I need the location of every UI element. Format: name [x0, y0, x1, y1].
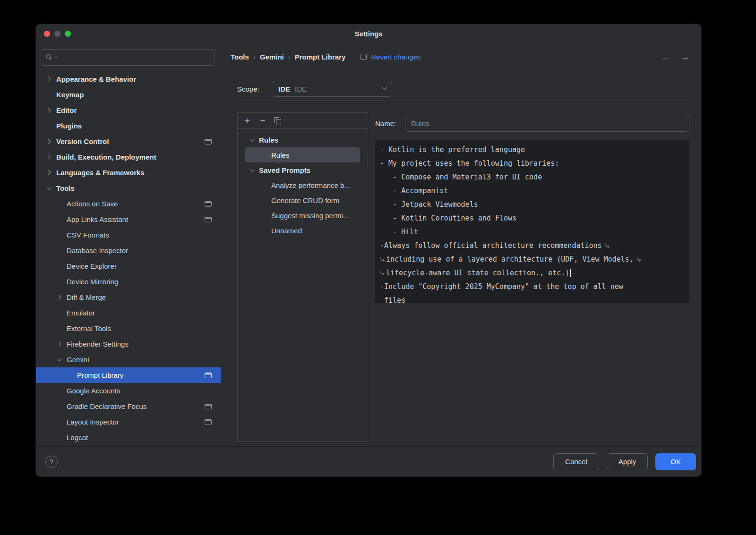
sidebar-item-app-links-assistant[interactable]: App Links Assistant — [36, 212, 221, 227]
breadcrumb-item-gemini[interactable]: Gemini — [260, 53, 284, 61]
sidebar-item-firebender-settings[interactable]: Firebender Settings — [36, 336, 221, 352]
settings-tree: Appearance & BehaviorKeymapEditorPlugins… — [36, 71, 221, 446]
editor-line: files — [380, 294, 685, 303]
editor-line: - Hilt — [380, 225, 685, 239]
editor-line: lifecycle-aware UI state collection., et… — [380, 266, 685, 280]
sidebar-item-logcat[interactable]: Logcat — [36, 430, 221, 445]
editor-line-text: - Compose and Material3 for UI code — [380, 173, 542, 181]
titlebar: Settings — [36, 24, 701, 43]
sidebar-item-plugins[interactable]: Plugins — [36, 118, 221, 134]
help-button[interactable]: ? — [45, 456, 58, 468]
chevron-down-icon — [250, 169, 259, 172]
prompt-text-editor[interactable]: - Kotlin is the preferred language- My p… — [375, 140, 689, 303]
back-arrow-icon[interactable]: ← — [661, 52, 670, 61]
soft-wrap-end-icon — [605, 240, 610, 254]
editor-line-text: lifecycle-aware UI state collection., et… — [386, 269, 569, 277]
settings-sidebar: Appearance & BehaviorKeymapEditorPlugins… — [36, 43, 221, 446]
prompt-item-unnamed[interactable]: Unnamed — [245, 223, 360, 238]
sidebar-item-keymap[interactable]: Keymap — [36, 87, 221, 102]
prompt-group-label: Rules — [259, 136, 278, 144]
chevron-down-icon — [250, 138, 259, 142]
sidebar-item-device-explorer[interactable]: Device Explorer — [36, 258, 221, 274]
sidebar-item-prompt-library[interactable]: Prompt Library — [36, 367, 221, 383]
chevron-right-icon — [43, 155, 56, 159]
prompt-item-label: Unnamed — [271, 227, 302, 235]
sidebar-item-editor[interactable]: Editor — [36, 102, 221, 118]
sidebar-item-external-tools[interactable]: External Tools — [36, 321, 221, 336]
breadcrumb-item-tools[interactable]: Tools — [231, 53, 249, 61]
settings-content: Tools›Gemini›Prompt Library Revert chang… — [221, 43, 701, 446]
section-divider — [237, 101, 689, 101]
chevron-right-icon — [43, 77, 56, 81]
soft-wrap-start-icon — [380, 254, 385, 267]
sidebar-item-appearance-behavior[interactable]: Appearance & Behavior — [36, 71, 221, 87]
prompt-detail-panel: Name: - Kotlin is the preferred language… — [375, 112, 689, 442]
sidebar-item-diff-merge[interactable]: Diff & Merge — [36, 289, 221, 305]
prompt-item-analyze-performance-b[interactable]: Analyze performance b... — [245, 178, 360, 193]
chevron-right-icon — [43, 109, 56, 112]
scope-select[interactable]: IDE IDE — [272, 81, 392, 97]
chevron-down-icon — [382, 85, 387, 90]
sidebar-item-emulator[interactable]: Emulator — [36, 305, 221, 321]
zoom-button[interactable] — [65, 31, 71, 37]
apply-button[interactable]: Apply — [607, 453, 648, 470]
search-history-chevron-icon — [54, 55, 58, 59]
sidebar-item-gradle-declarative-focus[interactable]: Gradle Declarative Focus — [36, 399, 221, 414]
sidebar-item-label: External Tools — [67, 324, 111, 332]
chevron-down-icon — [54, 358, 67, 361]
sidebar-item-label: Tools — [56, 184, 75, 192]
add-prompt-button[interactable]: + — [243, 116, 251, 125]
sidebar-item-tools[interactable]: Tools — [36, 180, 221, 196]
prompt-item-generate-crud-form[interactable]: Generate CRUD form — [245, 193, 360, 208]
editor-line: - Kotlin is the preferred language — [380, 143, 685, 157]
scope-label: Scope: — [237, 85, 272, 93]
editor-line: - Compose and Material3 for UI code — [380, 170, 685, 184]
breadcrumb-item-prompt-library[interactable]: Prompt Library — [295, 53, 346, 61]
window-controls — [44, 24, 71, 43]
sidebar-item-label: Plugins — [56, 122, 82, 130]
search-input[interactable] — [60, 54, 210, 61]
ide-scope-icon — [205, 201, 212, 207]
chevron-down-icon — [43, 187, 56, 190]
revert-changes-label: Revert changes — [371, 53, 421, 61]
prompt-name-input[interactable] — [405, 115, 689, 132]
settings-search[interactable] — [41, 49, 215, 66]
sidebar-item-languages-frameworks[interactable]: Languages & Frameworks — [36, 165, 221, 180]
minimize-button[interactable] — [54, 31, 60, 37]
close-button[interactable] — [44, 31, 50, 37]
editor-line: - Accompanist — [380, 184, 685, 198]
sidebar-item-build-execution-deployment[interactable]: Build, Execution, Deployment — [36, 149, 221, 165]
editor-line: including use of a layered architecture … — [380, 253, 685, 266]
cancel-button[interactable]: Cancel — [553, 453, 599, 470]
sidebar-item-csv-formats[interactable]: CSV Formats — [36, 227, 221, 243]
breadcrumb-separator: › — [288, 53, 291, 61]
duplicate-prompt-button[interactable] — [274, 117, 281, 125]
prompt-item-suggest-missing-permi[interactable]: Suggest missing permi... — [245, 208, 360, 223]
sidebar-item-gemini[interactable]: Gemini — [36, 352, 221, 367]
editor-line: -Include "Copyright 2025 MyCompany" at t… — [380, 280, 685, 294]
prompt-group-rules[interactable]: Rules — [245, 132, 360, 147]
prompt-group-saved-prompts[interactable]: Saved Prompts — [245, 162, 360, 178]
sidebar-item-actions-on-save[interactable]: Actions on Save — [36, 196, 221, 212]
sidebar-item-google-accounts[interactable]: Google Accounts — [36, 383, 221, 399]
sidebar-item-label: Prompt Library — [77, 371, 123, 379]
ok-button[interactable]: OK — [655, 453, 696, 470]
sidebar-item-device-mirroring[interactable]: Device Mirroring — [36, 274, 221, 289]
breadcrumb: Tools›Gemini›Prompt Library — [231, 53, 345, 61]
editor-line: - Kotlin Coroutines and Flows — [380, 212, 685, 225]
desktop-background: { "window": { "title": "Settings" }, "si… — [0, 0, 756, 535]
sidebar-item-database-inspector[interactable]: Database Inspector — [36, 243, 221, 258]
revert-changes-button[interactable]: Revert changes — [361, 53, 421, 61]
sidebar-item-label: Emulator — [67, 309, 95, 317]
sidebar-item-label: Layout Inspector — [67, 418, 119, 426]
sidebar-item-label: Firebender Settings — [67, 340, 129, 348]
sidebar-item-label: Build, Execution, Deployment — [56, 153, 156, 161]
sidebar-item-label: Version Control — [56, 137, 109, 145]
sidebar-item-version-control[interactable]: Version Control — [36, 134, 221, 149]
sidebar-item-layout-inspector[interactable]: Layout Inspector — [36, 414, 221, 430]
prompt-item-rules[interactable]: Rules — [245, 147, 360, 162]
editor-line-text: - Accompanist — [380, 187, 448, 195]
remove-prompt-button[interactable]: − — [258, 116, 267, 125]
chevron-right-icon — [43, 171, 56, 174]
forward-arrow-icon[interactable]: → — [680, 52, 689, 61]
